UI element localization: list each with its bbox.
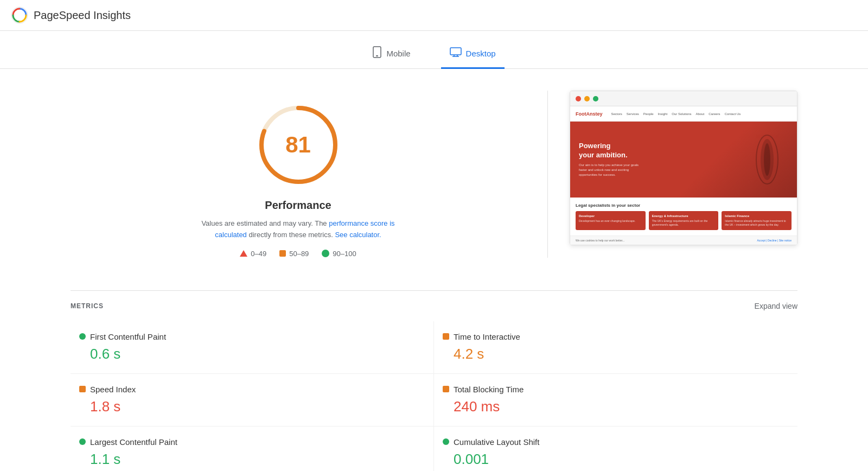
mock-section-title: Legal specialists in your sector: [576, 203, 792, 208]
mock-card-text-2: The UK's Energy requirements are built o…: [652, 219, 716, 227]
mock-card-developer: Developer Development has an ever changi…: [576, 211, 646, 230]
mobile-icon: [372, 46, 382, 61]
metric-fcp: First Contentful Paint 0.6 s: [71, 321, 434, 374]
website-screenshot: FootAnstey Sectors Services People Insig…: [570, 91, 797, 245]
metric-tti-value: 4.2 s: [454, 346, 789, 362]
score-section: 81 Performance Values are estimated and …: [71, 91, 797, 258]
legend-average-range: 50–89: [289, 250, 309, 258]
app-title: PageSpeed Insights: [34, 9, 131, 22]
pagespeed-logo-icon: [11, 7, 28, 24]
metric-cls: Cumulative Layout Shift 0.001: [434, 427, 797, 471]
browser-dot-green: [593, 96, 598, 101]
mock-hero-shape-icon: [748, 132, 786, 187]
metric-tbt-value: 240 ms: [454, 398, 789, 415]
score-title: Performance: [265, 199, 331, 212]
mock-navigation: FootAnstey Sectors Services People Insig…: [570, 106, 797, 122]
mock-card-text-3: Islamic finance already attracts huge in…: [725, 219, 788, 227]
tab-desktop[interactable]: Desktop: [441, 40, 505, 69]
score-legend: 0–49 50–89 90–100: [240, 250, 356, 258]
legend-poor-range: 0–49: [251, 250, 266, 258]
metric-tbt-indicator: [443, 386, 449, 392]
legend-poor: 0–49: [240, 250, 266, 258]
metric-tbt-name: Total Blocking Time: [454, 385, 524, 394]
tab-bar: Mobile Desktop: [0, 31, 868, 69]
mock-hero-subtext: Our aim is to help you achieve your goal…: [579, 163, 644, 177]
svg-rect-2: [376, 55, 378, 56]
metric-si-indicator: [79, 386, 86, 392]
mock-card-energy: Energy & Infrastructure The UK's Energy …: [649, 211, 719, 230]
mock-card-finance: Islamic Finance Islamic finance already …: [722, 211, 792, 230]
browser-dot-red: [576, 96, 581, 101]
metric-si: Speed Index 1.8 s: [71, 374, 434, 427]
tab-mobile-label: Mobile: [386, 49, 410, 58]
mock-card-title-3: Islamic Finance: [725, 214, 788, 218]
score-description: Values are estimated and may vary. The p…: [201, 218, 396, 241]
legend-average: 50–89: [279, 250, 309, 258]
mock-sectors-section: Legal specialists in your sector Develop…: [570, 198, 797, 236]
metric-tti: Time to Interactive 4.2 s: [434, 321, 797, 374]
browser-chrome-bar: [570, 91, 797, 106]
mock-card-text-1: Development has an ever changing landsca…: [579, 219, 642, 223]
metric-fcp-indicator: [79, 333, 86, 340]
tab-mobile[interactable]: Mobile: [363, 40, 419, 69]
mock-card-title-1: Developer: [579, 214, 642, 218]
desktop-icon: [450, 47, 462, 60]
metrics-header: METRICS Expand view: [71, 302, 797, 310]
metric-si-name: Speed Index: [90, 385, 136, 394]
legend-good-range: 90–100: [333, 250, 356, 258]
see-calculator-link[interactable]: See calculator.: [335, 231, 381, 239]
tab-desktop-label: Desktop: [466, 49, 496, 58]
expand-view-button[interactable]: Expand view: [755, 302, 797, 310]
mock-hero-heading: Poweringyour ambition.: [579, 142, 644, 160]
metric-fcp-value: 0.6 s: [90, 346, 425, 362]
mock-card-title-2: Energy & Infrastructure: [652, 214, 716, 218]
good-icon: [322, 250, 329, 257]
score-left-panel: 81 Performance Values are estimated and …: [71, 91, 526, 258]
metrics-grid: First Contentful Paint 0.6 s Time to Int…: [71, 321, 797, 471]
metric-cls-header: Cumulative Layout Shift: [443, 437, 789, 447]
mock-hero-text: Poweringyour ambition. Our aim is to hel…: [579, 142, 644, 178]
main-content: 81 Performance Values are estimated and …: [60, 69, 808, 471]
section-divider: [547, 91, 548, 258]
metric-lcp-indicator: [79, 438, 86, 445]
metric-cls-indicator: [443, 438, 449, 445]
metric-lcp-value: 1.1 s: [90, 451, 425, 468]
mock-cookie-bar: We use cookies to help our work better..…: [570, 236, 797, 245]
metric-tbt: Total Blocking Time 240 ms: [434, 374, 797, 427]
metric-cls-name: Cumulative Layout Shift: [454, 437, 539, 447]
mock-logo: FootAnstey: [576, 111, 603, 117]
svg-rect-3: [450, 48, 461, 55]
legend-good: 90–100: [322, 250, 356, 258]
mock-cards-container: Developer Development has an ever changi…: [576, 211, 792, 230]
metric-lcp: Largest Contentful Paint 1.1 s: [71, 427, 434, 471]
mock-hero-section: Poweringyour ambition. Our aim is to hel…: [570, 122, 797, 198]
metric-fcp-header: First Contentful Paint: [79, 332, 425, 341]
app-header: PageSpeed Insights: [0, 0, 868, 31]
mock-nav-items: Sectors Services People Insight Our Solu…: [611, 112, 741, 116]
metric-si-value: 1.8 s: [90, 398, 425, 415]
gauge-score-number: 81: [285, 132, 311, 158]
mock-website: FootAnstey Sectors Services People Insig…: [570, 106, 797, 245]
metric-tti-indicator: [443, 333, 449, 340]
poor-icon: [240, 250, 247, 257]
metric-tti-header: Time to Interactive: [443, 332, 789, 341]
logo-container: PageSpeed Insights: [11, 7, 131, 24]
metric-lcp-name: Largest Contentful Paint: [90, 437, 177, 447]
svg-point-9: [764, 143, 770, 176]
average-icon: [279, 250, 286, 257]
metric-tti-name: Time to Interactive: [454, 332, 520, 341]
metrics-section: METRICS Expand view First Contentful Pai…: [71, 290, 797, 471]
metric-si-header: Speed Index: [79, 385, 425, 394]
performance-gauge: 81: [255, 101, 342, 188]
metric-lcp-header: Largest Contentful Paint: [79, 437, 425, 447]
metric-tbt-header: Total Blocking Time: [443, 385, 789, 394]
metric-cls-value: 0.001: [454, 451, 789, 468]
metric-fcp-name: First Contentful Paint: [90, 332, 166, 341]
browser-dot-yellow: [584, 96, 590, 101]
metrics-section-title: METRICS: [71, 302, 104, 310]
